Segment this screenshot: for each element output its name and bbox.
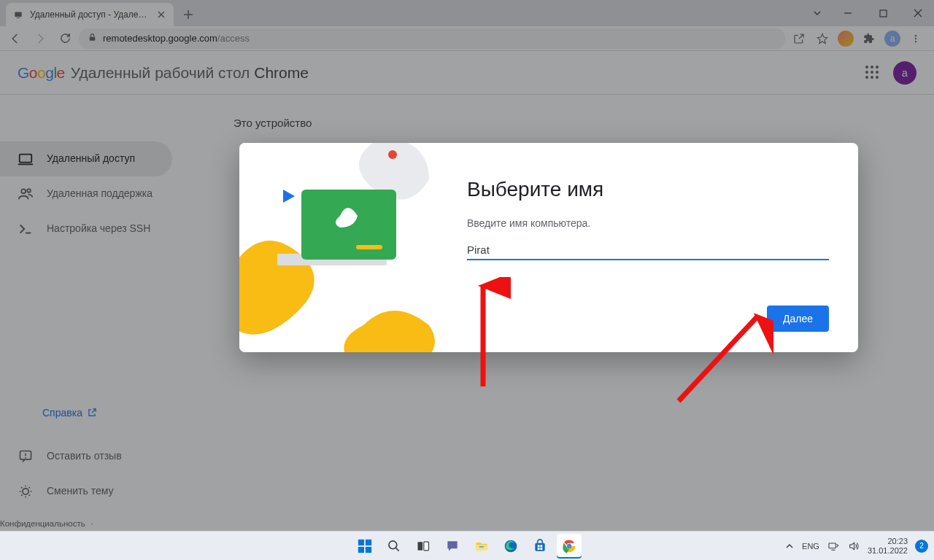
network-icon[interactable] xyxy=(827,540,840,553)
svg-rect-33 xyxy=(538,548,540,550)
svg-rect-20 xyxy=(358,539,364,545)
svg-rect-32 xyxy=(540,545,542,547)
start-button[interactable] xyxy=(352,534,377,559)
svg-rect-23 xyxy=(366,546,371,552)
svg-rect-31 xyxy=(538,545,540,547)
svg-rect-37 xyxy=(829,543,835,548)
name-device-dialog: Выберите имя Введите имя компьютера. Дал… xyxy=(239,143,858,352)
dialog-subtitle: Введите имя компьютера. xyxy=(467,217,829,229)
taskbar-clock[interactable]: 20:23 31.01.2022 xyxy=(868,537,908,555)
input-language[interactable]: ENG xyxy=(802,542,819,551)
notification-badge[interactable]: 2 xyxy=(915,540,928,553)
dialog-title: Выберите имя xyxy=(467,178,829,201)
search-icon[interactable] xyxy=(382,534,406,559)
volume-icon[interactable] xyxy=(847,540,860,553)
svg-rect-26 xyxy=(424,542,429,551)
tray-overflow-icon[interactable] xyxy=(784,541,795,551)
svg-rect-27 xyxy=(476,545,487,551)
svg-rect-25 xyxy=(418,542,423,551)
store-icon[interactable] xyxy=(528,534,552,559)
chat-icon[interactable] xyxy=(440,534,465,559)
svg-point-24 xyxy=(389,540,397,548)
computer-name-input[interactable] xyxy=(467,241,829,260)
svg-point-36 xyxy=(567,543,572,548)
next-button[interactable]: Далее xyxy=(767,306,829,332)
windows-taskbar: ENG 20:23 31.01.2022 2 xyxy=(0,531,934,560)
dialog-illustration xyxy=(239,143,438,352)
edge-icon[interactable] xyxy=(498,534,523,559)
svg-rect-17 xyxy=(356,245,382,249)
svg-marker-16 xyxy=(283,190,295,203)
svg-rect-34 xyxy=(540,548,542,550)
chrome-icon[interactable] xyxy=(557,534,582,559)
svg-point-13 xyxy=(388,150,397,159)
explorer-icon[interactable] xyxy=(469,534,494,559)
svg-rect-28 xyxy=(479,546,485,548)
svg-rect-21 xyxy=(366,539,371,545)
svg-rect-30 xyxy=(535,542,544,551)
svg-rect-22 xyxy=(358,546,364,552)
task-view-icon[interactable] xyxy=(411,534,436,559)
